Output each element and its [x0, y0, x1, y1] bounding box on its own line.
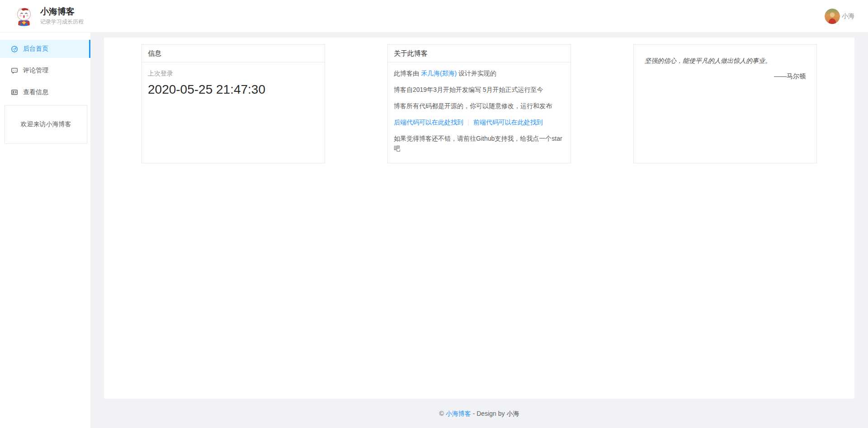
footer-author: 小海: [506, 410, 519, 417]
frontend-code-link[interactable]: 前端代码可以在此处找到: [473, 119, 543, 126]
about-author-prefix: 此博客由: [394, 70, 421, 77]
about-card-body: 此博客由 禾几海(郑海) 设计并实现的 博客自2019年3月开始开发编写 5月开…: [388, 62, 571, 159]
footer-middle-text: - Design by: [471, 410, 507, 417]
sidebar-item-view-info[interactable]: 查看信息: [0, 83, 90, 101]
user-avatar: [825, 9, 840, 24]
copyright-symbol: ©: [439, 410, 446, 417]
info-card-title: 信息: [142, 45, 325, 62]
user-name: 小海: [842, 12, 854, 20]
about-line-links: 后端代码可以在此处找到|前端代码可以在此处找到: [394, 117, 565, 127]
about-card: 关于此博客 此博客由 禾几海(郑海) 设计并实现的 博客自2019年3月开始开发…: [387, 44, 571, 163]
sidebar-item-comments[interactable]: 评论管理: [0, 62, 90, 80]
links-divider: |: [467, 119, 469, 126]
idcard-icon: [11, 89, 18, 96]
last-login-label: 上次登录: [148, 70, 319, 78]
page-layout: 后台首页 评论管理 查看信息: [0, 33, 868, 428]
author-link[interactable]: 禾几海(郑海): [421, 70, 457, 77]
user-menu[interactable]: 小海: [825, 9, 854, 24]
content-area: 信息 上次登录 2020-05-25 21:47:30 关于此博客 此博客由 禾…: [104, 38, 854, 399]
info-card-body: 上次登录 2020-05-25 21:47:30: [142, 62, 325, 103]
backend-code-link[interactable]: 后端代码可以在此处找到: [394, 119, 463, 126]
quote-card-body: 坚强的信心，能使平凡的人做出惊人的事业。 ——马尔顿: [634, 45, 816, 92]
sidebar-item-label: 后台首页: [23, 45, 48, 53]
about-card-title: 关于此博客: [388, 45, 571, 62]
sidebar: 后台首页 评论管理 查看信息: [0, 33, 90, 428]
about-line-star: 如果觉得博客还不错，请前往Github支持我，给我点一个star吧: [394, 133, 565, 153]
welcome-box: 欢迎来访小海博客: [5, 105, 87, 144]
footer-site-link[interactable]: 小海博客: [446, 410, 471, 417]
about-line-history: 博客自2019年3月开始开发编写 5月开始正式运行至今: [394, 85, 565, 95]
header-brand[interactable]: 小海博客 记录学习成长历程: [14, 6, 84, 27]
welcome-text: 欢迎来访小海博客: [21, 120, 71, 128]
main-column: 信息 上次登录 2020-05-25 21:47:30 关于此博客 此博客由 禾…: [104, 33, 868, 428]
top-header: 小海博客 记录学习成长历程: [0, 0, 868, 33]
comment-icon: [11, 67, 18, 74]
sidebar-item-label: 查看信息: [23, 88, 48, 96]
brand-text-block: 小海博客 记录学习成长历程: [40, 7, 84, 26]
last-login-value: 2020-05-25 21:47:30: [148, 82, 319, 97]
quote-author: ——马尔顿: [645, 72, 806, 81]
site-subtitle: 记录学习成长历程: [40, 18, 84, 26]
info-card: 信息 上次登录 2020-05-25 21:47:30: [142, 44, 325, 163]
page-footer: © 小海博客 - Design by 小海: [104, 399, 868, 418]
quote-card: 坚强的信心，能使平凡的人做出惊人的事业。 ——马尔顿: [633, 44, 817, 163]
quote-text: 坚强的信心，能使平凡的人做出惊人的事业。: [645, 56, 806, 65]
sidebar-item-label: 评论管理: [23, 67, 48, 75]
site-title: 小海博客: [40, 7, 84, 17]
about-line-author: 此博客由 禾几海(郑海) 设计并实现的: [394, 68, 565, 78]
blog-logo-icon: [14, 6, 34, 27]
sidebar-item-dashboard[interactable]: 后台首页: [0, 40, 90, 58]
about-author-suffix: 设计并实现的: [457, 70, 496, 77]
dashboard-icon: [11, 45, 18, 52]
about-line-opensource: 博客所有代码都是开源的，你可以随意修改，运行和发布: [394, 101, 565, 111]
cards-grid: 信息 上次登录 2020-05-25 21:47:30 关于此博客 此博客由 禾…: [142, 44, 817, 163]
